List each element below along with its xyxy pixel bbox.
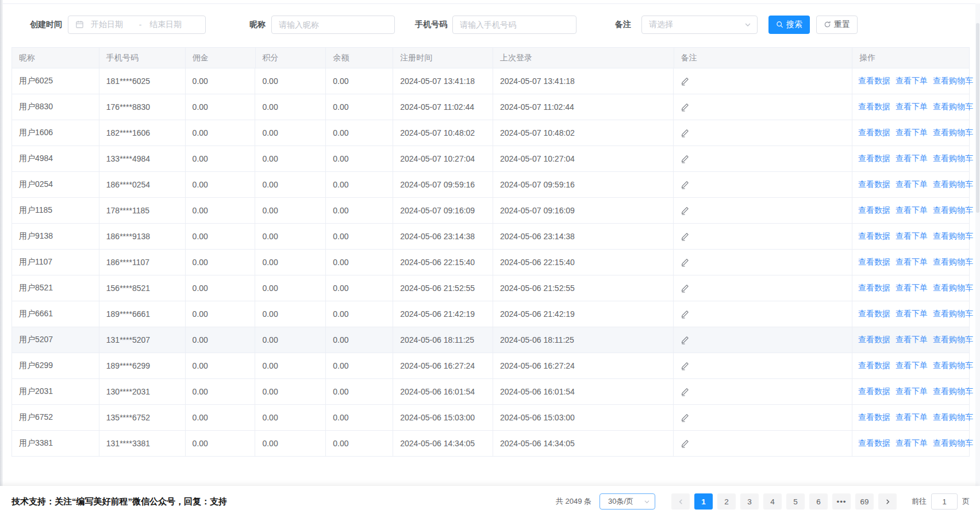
date-range-picker[interactable]: 开始日期 - 结束日期 xyxy=(68,16,206,34)
view-data-link[interactable]: 查看数据 xyxy=(858,205,890,216)
edit-remark-icon[interactable] xyxy=(681,232,689,241)
edit-remark-icon[interactable] xyxy=(681,310,689,319)
remark-select[interactable]: 请选择 xyxy=(641,16,758,34)
view-data-link[interactable]: 查看数据 xyxy=(858,361,890,371)
edit-remark-icon[interactable] xyxy=(681,129,689,137)
view-cart-link[interactable]: 查看购物车 xyxy=(933,231,973,242)
view-data-link[interactable]: 查看数据 xyxy=(858,309,890,319)
view-data-link[interactable]: 查看数据 xyxy=(858,412,890,423)
pager-page-button[interactable]: 6 xyxy=(809,493,828,510)
view-cart-link[interactable]: 查看购物车 xyxy=(933,179,973,190)
view-orders-link[interactable]: 查看下单 xyxy=(896,283,928,293)
view-cart-link[interactable]: 查看购物车 xyxy=(933,438,973,449)
view-cart-link[interactable]: 查看购物车 xyxy=(933,205,973,216)
pager-page-button[interactable]: 5 xyxy=(786,493,805,510)
view-orders-link[interactable]: 查看下单 xyxy=(896,231,928,242)
reset-button[interactable]: 重置 xyxy=(816,16,858,34)
edit-remark-icon[interactable] xyxy=(681,284,689,293)
actions-cell: 查看数据查看下单查看购物车 xyxy=(852,353,969,379)
remark-cell xyxy=(674,327,852,353)
view-data-link[interactable]: 查看数据 xyxy=(858,438,890,449)
column-header: 上次登录 xyxy=(493,48,674,68)
view-orders-link[interactable]: 查看下单 xyxy=(896,309,928,319)
scrollbar-thumb[interactable] xyxy=(976,23,979,213)
search-button[interactable]: 搜索 xyxy=(768,16,810,34)
view-cart-link[interactable]: 查看购物车 xyxy=(933,154,973,164)
view-orders-link[interactable]: 查看下单 xyxy=(896,257,928,267)
view-cart-link[interactable]: 查看购物车 xyxy=(933,412,973,423)
phone-input[interactable] xyxy=(453,16,576,33)
view-data-link[interactable]: 查看数据 xyxy=(858,76,890,86)
last-login-cell: 2024-05-06 23:14:38 xyxy=(493,224,674,250)
view-orders-link[interactable]: 查看下单 xyxy=(896,386,928,397)
view-cart-link[interactable]: 查看购物车 xyxy=(933,76,973,86)
view-cart-link[interactable]: 查看购物车 xyxy=(933,257,973,267)
edit-remark-icon[interactable] xyxy=(681,388,689,396)
edit-remark-icon[interactable] xyxy=(681,362,689,370)
view-cart-link[interactable]: 查看购物车 xyxy=(933,283,973,293)
view-cart-link[interactable]: 查看购物车 xyxy=(933,386,973,397)
edit-remark-icon[interactable] xyxy=(681,103,689,112)
balance-cell: 0.00 xyxy=(326,379,393,405)
view-orders-link[interactable]: 查看下单 xyxy=(896,205,928,216)
nickname-cell: 用户4984 xyxy=(12,146,99,172)
view-data-link[interactable]: 查看数据 xyxy=(858,283,890,293)
end-date-input[interactable]: 结束日期 xyxy=(145,20,194,30)
view-orders-link[interactable]: 查看下单 xyxy=(896,128,928,138)
last-login-cell: 2024-05-07 13:41:18 xyxy=(493,68,674,94)
view-orders-link[interactable]: 查看下单 xyxy=(896,361,928,371)
view-cart-link[interactable]: 查看购物车 xyxy=(933,335,973,345)
vertical-scrollbar[interactable] xyxy=(975,3,980,486)
view-data-link[interactable]: 查看数据 xyxy=(858,154,890,164)
pager-page-button[interactable]: 1 xyxy=(694,493,713,510)
view-data-link[interactable]: 查看数据 xyxy=(858,386,890,397)
view-orders-link[interactable]: 查看下单 xyxy=(896,154,928,164)
pager-page-button[interactable]: 2 xyxy=(717,493,736,510)
pager-more-button[interactable]: ••• xyxy=(832,493,851,510)
start-date-input[interactable]: 开始日期 xyxy=(86,20,136,30)
register-time-cell: 2024-05-06 16:01:54 xyxy=(393,379,493,405)
view-data-link[interactable]: 查看数据 xyxy=(858,102,890,112)
view-data-link[interactable]: 查看数据 xyxy=(858,128,890,138)
view-cart-link[interactable]: 查看购物车 xyxy=(933,361,973,371)
edit-remark-icon[interactable] xyxy=(681,77,689,86)
next-page-button[interactable] xyxy=(878,493,897,510)
prev-page-button[interactable] xyxy=(671,493,690,510)
view-data-link[interactable]: 查看数据 xyxy=(858,179,890,190)
edit-remark-icon[interactable] xyxy=(681,439,689,448)
view-orders-link[interactable]: 查看下单 xyxy=(896,412,928,423)
table-row: 用户0254186****02540.000.000.002024-05-07 … xyxy=(12,172,969,198)
view-cart-link[interactable]: 查看购物车 xyxy=(933,309,973,319)
pager-page-button[interactable]: 3 xyxy=(740,493,759,510)
table-row: 用户1606182****16060.000.000.002024-05-07 … xyxy=(12,120,969,146)
edit-remark-icon[interactable] xyxy=(681,181,689,189)
balance-cell: 0.00 xyxy=(326,172,393,198)
goto-page-group: 前往 页 xyxy=(912,493,970,510)
view-cart-link[interactable]: 查看购物车 xyxy=(933,128,973,138)
view-orders-link[interactable]: 查看下单 xyxy=(896,179,928,190)
view-data-link[interactable]: 查看数据 xyxy=(858,231,890,242)
view-orders-link[interactable]: 查看下单 xyxy=(896,335,928,345)
view-data-link[interactable]: 查看数据 xyxy=(858,257,890,267)
phone-cell: 130****2031 xyxy=(99,379,186,405)
view-orders-link[interactable]: 查看下单 xyxy=(896,76,928,86)
edit-remark-icon[interactable] xyxy=(681,206,689,215)
edit-remark-icon[interactable] xyxy=(681,336,689,344)
actions-cell: 查看数据查看下单查看购物车 xyxy=(852,405,969,431)
commission-cell: 0.00 xyxy=(186,68,256,94)
view-orders-link[interactable]: 查看下单 xyxy=(896,102,928,112)
edit-remark-icon[interactable] xyxy=(681,413,689,422)
edit-remark-icon[interactable] xyxy=(681,258,689,267)
pager-page-button[interactable]: 69 xyxy=(855,493,874,510)
view-cart-link[interactable]: 查看购物车 xyxy=(933,102,973,112)
nickname-input[interactable] xyxy=(272,16,394,33)
view-data-link[interactable]: 查看数据 xyxy=(858,335,890,345)
search-icon xyxy=(776,21,783,28)
goto-page-input[interactable] xyxy=(931,493,958,510)
pager-page-button[interactable]: 4 xyxy=(763,493,782,510)
sidebar-edge xyxy=(0,0,3,517)
page-size-select[interactable]: 30条/页 xyxy=(599,493,655,510)
view-orders-link[interactable]: 查看下单 xyxy=(896,438,928,449)
goto-unit: 页 xyxy=(962,496,970,507)
edit-remark-icon[interactable] xyxy=(681,155,689,163)
